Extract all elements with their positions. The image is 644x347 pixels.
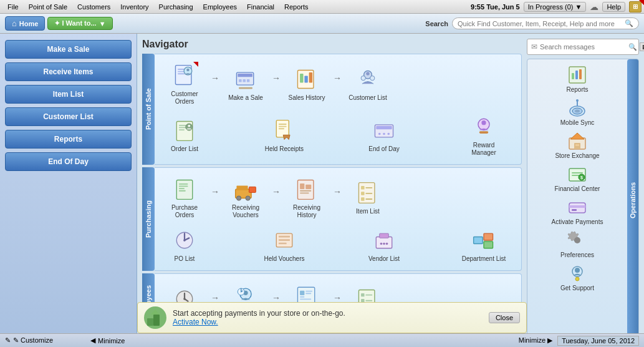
menu-employees[interactable]: Employees — [198, 2, 242, 12]
svg-rect-11 — [239, 87, 252, 89]
in-progress-button[interactable]: In Progress (0) ▼ — [524, 2, 587, 12]
ops-preferences-item[interactable]: Preferences — [529, 227, 626, 260]
menu-pos[interactable]: Point of Sale — [24, 2, 72, 12]
arrow-p1: → — [211, 187, 219, 197]
customer-list-item[interactable]: Customer List — [343, 63, 393, 104]
activate-banner: Start accepting payments in your store o… — [137, 302, 527, 333]
svg-rect-104 — [575, 144, 577, 146]
svg-point-32 — [378, 133, 381, 135]
end-of-day-item[interactable]: End of Day — [359, 114, 409, 155]
svg-rect-65 — [279, 243, 287, 245]
svg-rect-113 — [572, 209, 577, 211]
svg-point-34 — [387, 133, 390, 135]
arrow-e1: → — [211, 293, 219, 303]
purchase-orders-item[interactable]: Purchase Orders — [160, 173, 209, 222]
bottom-right: Minimize ▶ Tuesday, June 05, 2012 — [519, 336, 639, 346]
svg-rect-72 — [484, 233, 493, 240]
menu-customers[interactable]: Customers — [72, 2, 115, 12]
help-button[interactable]: Help — [602, 2, 625, 12]
purchasing-section: Purchasing — [142, 167, 522, 271]
customize-button[interactable]: ✎ ✎ Customize — [5, 336, 53, 345]
make-sale-label: Make a Sale — [228, 94, 263, 102]
department-list-item[interactable]: Department List — [459, 224, 509, 265]
ops-items-container: Reports Mobile — [527, 59, 627, 341]
menu-inventory[interactable]: Inventory — [115, 2, 153, 12]
svg-point-25 — [188, 125, 190, 127]
receive-items-button[interactable]: Receive Items — [5, 62, 132, 81]
operations-panel: Reports Mobile — [527, 59, 639, 342]
ops-mobile-sync-item[interactable]: Mobile Sync — [529, 95, 626, 128]
svg-rect-63 — [279, 236, 290, 238]
ops-get-support-icon — [566, 262, 589, 285]
arrow-p2: → — [272, 187, 281, 197]
customer-list-button[interactable]: Customer List — [5, 107, 132, 126]
arrow-2: → — [272, 73, 281, 83]
end-of-day-button[interactable]: End Of Day — [5, 152, 132, 171]
iwant-button[interactable]: ✦ I Want to... ▼ — [47, 17, 112, 30]
sales-history-item[interactable]: Sales History — [282, 63, 332, 104]
cloud-icon: ☁ — [590, 2, 598, 12]
end-of-day-label: End of Day — [368, 145, 399, 153]
svg-rect-48 — [297, 180, 313, 199]
svg-rect-56 — [361, 192, 364, 195]
ops-store-exchange-label: Store Exchange — [555, 152, 599, 159]
svg-rect-13 — [300, 74, 303, 83]
ops-financial-center-item[interactable]: $ Financial Center — [529, 161, 626, 194]
ops-activate-payments-item[interactable]: Activate Payments — [529, 194, 626, 227]
make-sale-item[interactable]: Make a Sale — [221, 63, 271, 104]
menu-purchasing[interactable]: Purchasing — [154, 2, 198, 12]
held-receipts-item[interactable]: Held Receipts — [259, 114, 309, 155]
svg-rect-40 — [179, 186, 188, 187]
activate-description: Start accepting payments in your store o… — [173, 309, 483, 318]
svg-point-114 — [574, 237, 580, 243]
order-list-label: Order List — [171, 145, 198, 153]
minimize-left-button[interactable]: ◀ Minimize — [90, 336, 125, 345]
menu-file[interactable]: File — [2, 2, 24, 12]
messages-search-input[interactable] — [540, 43, 626, 51]
ops-preferences-icon — [566, 229, 589, 252]
receiving-history-item[interactable]: Receiving History — [282, 173, 332, 222]
arrow-e3: → — [333, 293, 342, 303]
arrow-1: → — [211, 73, 219, 83]
customer-orders-item[interactable]: Customer Orders — [160, 59, 209, 108]
menu-reports[interactable]: Reports — [279, 2, 314, 12]
navigator-main: Navigator Point of Sale — [142, 39, 522, 342]
order-list-item[interactable]: Order List — [160, 114, 209, 155]
svg-point-36 — [481, 120, 486, 125]
activate-link[interactable]: Activate Now. — [173, 318, 218, 326]
item-list-label: Item List — [356, 208, 380, 215]
msg-grid-icon[interactable]: ▦ — [640, 42, 644, 51]
svg-rect-107 — [572, 172, 583, 174]
minimize-right-button[interactable]: Minimize ▶ — [519, 336, 552, 345]
po-list-item[interactable]: PO List — [160, 224, 209, 265]
held-vouchers-item[interactable]: Held Vouchers — [259, 224, 309, 265]
svg-rect-112 — [569, 205, 585, 208]
reports-button[interactable]: Reports — [5, 130, 132, 149]
ops-get-support-item[interactable]: Get Support — [529, 260, 626, 293]
svg-rect-23 — [179, 129, 185, 130]
search-box[interactable]: 🔍 — [452, 17, 639, 29]
held-receipts-label: Held Receipts — [265, 145, 304, 153]
menu-financial[interactable]: Financial — [242, 2, 279, 12]
search-input[interactable] — [458, 20, 625, 27]
vendor-list-label: Vendor List — [368, 255, 400, 263]
close-banner-button[interactable]: Close — [489, 312, 520, 323]
svg-rect-10 — [247, 79, 250, 82]
ops-store-exchange-item[interactable]: Store Exchange — [529, 128, 626, 161]
svg-rect-73 — [484, 242, 493, 248]
make-sale-button[interactable]: Make a Sale — [5, 40, 132, 59]
home-icon: ⌂ — [12, 19, 17, 28]
reward-manager-item[interactable]: Reward Manager — [459, 110, 509, 159]
svg-rect-89 — [365, 300, 372, 301]
ops-reports-item[interactable]: Reports — [529, 62, 626, 95]
item-list-item[interactable]: Item List — [343, 177, 393, 218]
svg-point-5 — [186, 69, 190, 72]
svg-rect-3 — [178, 73, 185, 74]
vendor-list-item[interactable]: Vendor List — [359, 224, 409, 265]
receiving-vouchers-item[interactable]: Receiving Vouchers — [221, 173, 271, 222]
svg-point-98 — [575, 110, 580, 113]
navigator-title: Navigator — [142, 39, 522, 50]
svg-rect-41 — [179, 188, 185, 189]
item-list-button[interactable]: Item List — [5, 85, 132, 104]
home-button[interactable]: ⌂ Home — [5, 16, 45, 31]
